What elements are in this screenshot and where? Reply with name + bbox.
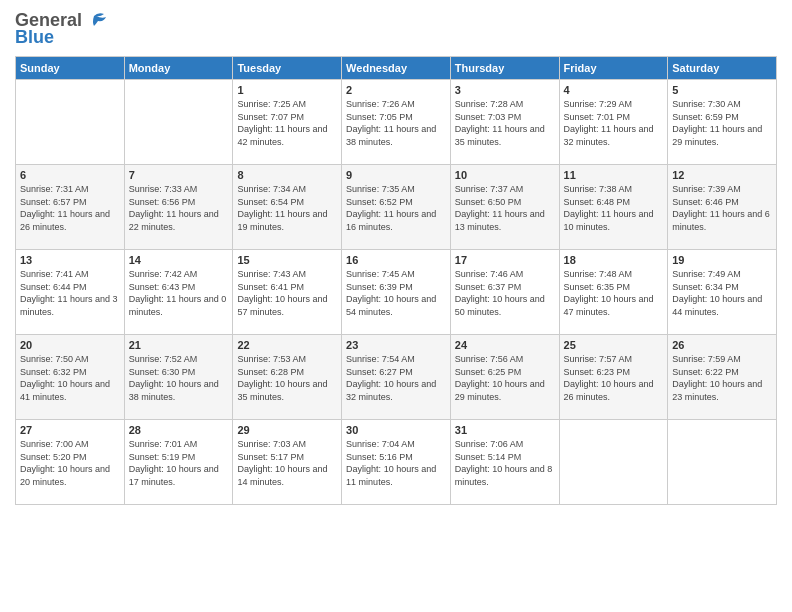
day-number: 22: [237, 339, 337, 351]
day-info: Sunrise: 7:04 AM Sunset: 5:16 PM Dayligh…: [346, 438, 446, 488]
day-info: Sunrise: 7:28 AM Sunset: 7:03 PM Dayligh…: [455, 98, 555, 148]
day-info: Sunrise: 7:00 AM Sunset: 5:20 PM Dayligh…: [20, 438, 120, 488]
calendar-cell: 10Sunrise: 7:37 AM Sunset: 6:50 PM Dayli…: [450, 165, 559, 250]
day-info: Sunrise: 7:46 AM Sunset: 6:37 PM Dayligh…: [455, 268, 555, 318]
calendar-cell: 19Sunrise: 7:49 AM Sunset: 6:34 PM Dayli…: [668, 250, 777, 335]
day-info: Sunrise: 7:38 AM Sunset: 6:48 PM Dayligh…: [564, 183, 664, 233]
day-info: Sunrise: 7:54 AM Sunset: 6:27 PM Dayligh…: [346, 353, 446, 403]
day-number: 29: [237, 424, 337, 436]
calendar-cell: 22Sunrise: 7:53 AM Sunset: 6:28 PM Dayli…: [233, 335, 342, 420]
page-header: General Blue: [15, 10, 777, 48]
day-number: 14: [129, 254, 229, 266]
day-number: 26: [672, 339, 772, 351]
day-info: Sunrise: 7:35 AM Sunset: 6:52 PM Dayligh…: [346, 183, 446, 233]
calendar-cell: 1Sunrise: 7:25 AM Sunset: 7:07 PM Daylig…: [233, 80, 342, 165]
calendar-cell: 5Sunrise: 7:30 AM Sunset: 6:59 PM Daylig…: [668, 80, 777, 165]
calendar-cell: 6Sunrise: 7:31 AM Sunset: 6:57 PM Daylig…: [16, 165, 125, 250]
calendar-cell: 11Sunrise: 7:38 AM Sunset: 6:48 PM Dayli…: [559, 165, 668, 250]
day-number: 31: [455, 424, 555, 436]
weekday-header-friday: Friday: [559, 57, 668, 80]
day-number: 25: [564, 339, 664, 351]
calendar-cell: 30Sunrise: 7:04 AM Sunset: 5:16 PM Dayli…: [342, 420, 451, 505]
calendar-cell: [559, 420, 668, 505]
calendar-cell: 20Sunrise: 7:50 AM Sunset: 6:32 PM Dayli…: [16, 335, 125, 420]
calendar-cell: 9Sunrise: 7:35 AM Sunset: 6:52 PM Daylig…: [342, 165, 451, 250]
day-number: 27: [20, 424, 120, 436]
day-number: 4: [564, 84, 664, 96]
calendar-week-3: 13Sunrise: 7:41 AM Sunset: 6:44 PM Dayli…: [16, 250, 777, 335]
day-info: Sunrise: 7:30 AM Sunset: 6:59 PM Dayligh…: [672, 98, 772, 148]
calendar-cell: 24Sunrise: 7:56 AM Sunset: 6:25 PM Dayli…: [450, 335, 559, 420]
day-number: 9: [346, 169, 446, 181]
calendar-cell: 27Sunrise: 7:00 AM Sunset: 5:20 PM Dayli…: [16, 420, 125, 505]
day-number: 10: [455, 169, 555, 181]
day-info: Sunrise: 7:50 AM Sunset: 6:32 PM Dayligh…: [20, 353, 120, 403]
day-number: 6: [20, 169, 120, 181]
day-info: Sunrise: 7:43 AM Sunset: 6:41 PM Dayligh…: [237, 268, 337, 318]
weekday-header-sunday: Sunday: [16, 57, 125, 80]
day-number: 28: [129, 424, 229, 436]
day-number: 30: [346, 424, 446, 436]
day-info: Sunrise: 7:34 AM Sunset: 6:54 PM Dayligh…: [237, 183, 337, 233]
calendar-cell: 13Sunrise: 7:41 AM Sunset: 6:44 PM Dayli…: [16, 250, 125, 335]
day-number: 7: [129, 169, 229, 181]
day-info: Sunrise: 7:06 AM Sunset: 5:14 PM Dayligh…: [455, 438, 555, 488]
calendar-week-2: 6Sunrise: 7:31 AM Sunset: 6:57 PM Daylig…: [16, 165, 777, 250]
calendar-cell: [124, 80, 233, 165]
day-number: 5: [672, 84, 772, 96]
day-info: Sunrise: 7:03 AM Sunset: 5:17 PM Dayligh…: [237, 438, 337, 488]
logo-blue-text: Blue: [15, 27, 54, 48]
calendar-cell: 16Sunrise: 7:45 AM Sunset: 6:39 PM Dayli…: [342, 250, 451, 335]
calendar-cell: 14Sunrise: 7:42 AM Sunset: 6:43 PM Dayli…: [124, 250, 233, 335]
day-number: 8: [237, 169, 337, 181]
calendar-cell: 17Sunrise: 7:46 AM Sunset: 6:37 PM Dayli…: [450, 250, 559, 335]
day-info: Sunrise: 7:31 AM Sunset: 6:57 PM Dayligh…: [20, 183, 120, 233]
weekday-header-saturday: Saturday: [668, 57, 777, 80]
day-number: 20: [20, 339, 120, 351]
day-number: 24: [455, 339, 555, 351]
day-info: Sunrise: 7:25 AM Sunset: 7:07 PM Dayligh…: [237, 98, 337, 148]
calendar-cell: 18Sunrise: 7:48 AM Sunset: 6:35 PM Dayli…: [559, 250, 668, 335]
day-number: 21: [129, 339, 229, 351]
day-info: Sunrise: 7:45 AM Sunset: 6:39 PM Dayligh…: [346, 268, 446, 318]
day-number: 11: [564, 169, 664, 181]
day-number: 3: [455, 84, 555, 96]
calendar-cell: 25Sunrise: 7:57 AM Sunset: 6:23 PM Dayli…: [559, 335, 668, 420]
calendar-table: SundayMondayTuesdayWednesdayThursdayFrid…: [15, 56, 777, 505]
day-number: 1: [237, 84, 337, 96]
logo: General Blue: [15, 10, 108, 48]
day-info: Sunrise: 7:41 AM Sunset: 6:44 PM Dayligh…: [20, 268, 120, 318]
weekday-header-monday: Monday: [124, 57, 233, 80]
day-info: Sunrise: 7:57 AM Sunset: 6:23 PM Dayligh…: [564, 353, 664, 403]
day-info: Sunrise: 7:59 AM Sunset: 6:22 PM Dayligh…: [672, 353, 772, 403]
day-info: Sunrise: 7:01 AM Sunset: 5:19 PM Dayligh…: [129, 438, 229, 488]
calendar-cell: 4Sunrise: 7:29 AM Sunset: 7:01 PM Daylig…: [559, 80, 668, 165]
day-info: Sunrise: 7:33 AM Sunset: 6:56 PM Dayligh…: [129, 183, 229, 233]
weekday-header-wednesday: Wednesday: [342, 57, 451, 80]
day-number: 16: [346, 254, 446, 266]
calendar-cell: 15Sunrise: 7:43 AM Sunset: 6:41 PM Dayli…: [233, 250, 342, 335]
calendar-cell: 2Sunrise: 7:26 AM Sunset: 7:05 PM Daylig…: [342, 80, 451, 165]
day-info: Sunrise: 7:53 AM Sunset: 6:28 PM Dayligh…: [237, 353, 337, 403]
calendar-week-1: 1Sunrise: 7:25 AM Sunset: 7:07 PM Daylig…: [16, 80, 777, 165]
calendar-week-5: 27Sunrise: 7:00 AM Sunset: 5:20 PM Dayli…: [16, 420, 777, 505]
calendar-cell: 7Sunrise: 7:33 AM Sunset: 6:56 PM Daylig…: [124, 165, 233, 250]
day-info: Sunrise: 7:49 AM Sunset: 6:34 PM Dayligh…: [672, 268, 772, 318]
calendar-cell: 23Sunrise: 7:54 AM Sunset: 6:27 PM Dayli…: [342, 335, 451, 420]
calendar-cell: 26Sunrise: 7:59 AM Sunset: 6:22 PM Dayli…: [668, 335, 777, 420]
day-number: 2: [346, 84, 446, 96]
weekday-header-thursday: Thursday: [450, 57, 559, 80]
day-info: Sunrise: 7:37 AM Sunset: 6:50 PM Dayligh…: [455, 183, 555, 233]
calendar-cell: [16, 80, 125, 165]
day-number: 13: [20, 254, 120, 266]
day-number: 17: [455, 254, 555, 266]
calendar-cell: 8Sunrise: 7:34 AM Sunset: 6:54 PM Daylig…: [233, 165, 342, 250]
day-info: Sunrise: 7:42 AM Sunset: 6:43 PM Dayligh…: [129, 268, 229, 318]
calendar-cell: 12Sunrise: 7:39 AM Sunset: 6:46 PM Dayli…: [668, 165, 777, 250]
day-number: 15: [237, 254, 337, 266]
calendar-cell: 31Sunrise: 7:06 AM Sunset: 5:14 PM Dayli…: [450, 420, 559, 505]
weekday-header-row: SundayMondayTuesdayWednesdayThursdayFrid…: [16, 57, 777, 80]
day-info: Sunrise: 7:56 AM Sunset: 6:25 PM Dayligh…: [455, 353, 555, 403]
calendar-cell: 21Sunrise: 7:52 AM Sunset: 6:30 PM Dayli…: [124, 335, 233, 420]
day-number: 18: [564, 254, 664, 266]
